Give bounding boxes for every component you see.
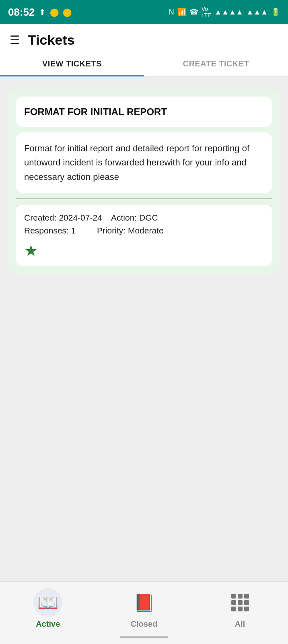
tab-view-tickets[interactable]: VIEW TICKETS (0, 52, 144, 76)
all-icon-wrap (226, 588, 255, 617)
ticket-responses: Responses: 1 (24, 226, 76, 235)
bottom-nav: 📖 Active 📕 Closed All (0, 581, 288, 633)
battery-icon: 🔋 (271, 8, 280, 17)
ticket-meta-box: Created: 2024-07-24 Action: DGC Response… (16, 205, 272, 266)
page-title: Tickets (28, 32, 75, 48)
main-content: FORMAT FOR INITIAL REPORT Format for ini… (0, 76, 288, 581)
nav-label-all: All (235, 619, 245, 629)
volte-icon: VoLTE (202, 6, 212, 19)
signal-icon-1: ▲▲▲▲ (214, 8, 243, 17)
active-book-icon: 📖 (37, 593, 58, 613)
tab-create-ticket[interactable]: CREATE TICKET (144, 52, 288, 76)
closed-book-icon: 📕 (134, 593, 154, 613)
header: ☰ Tickets (0, 24, 288, 52)
nav-label-closed: Closed (131, 619, 158, 629)
call-icon: ☎ (189, 8, 198, 17)
ticket-meta-responses-priority: Responses: 1 Priority: Moderate (24, 226, 264, 235)
status-bar: 08:52 ⬆ ⬤ ⬤ N 📶 ☎ VoLTE ▲▲▲▲ ▲▲▲ 🔋 (0, 0, 288, 24)
nfc-icon: N (169, 8, 174, 17)
ticket-body: Format for initial report and detailed r… (24, 143, 249, 182)
ticket-star: ★ (24, 242, 38, 260)
ticket-meta-created-action: Created: 2024-07-24 Action: DGC (24, 213, 264, 223)
coin-icon-2: ⬤ (63, 7, 72, 17)
coin-icon-1: ⬤ (50, 7, 59, 17)
nav-item-closed[interactable]: 📕 Closed (120, 588, 168, 629)
ticket-created: Created: 2024-07-24 (24, 213, 102, 222)
home-indicator (120, 636, 168, 638)
ticket-priority: Priority: Moderate (97, 226, 164, 235)
tab-bar: VIEW TICKETS CREATE TICKET (0, 52, 288, 76)
nav-item-active[interactable]: 📖 Active (24, 588, 72, 629)
status-bar-left: 08:52 ⬆ ⬤ ⬤ (8, 6, 72, 19)
navigate-icon: ⬆ (39, 7, 46, 17)
status-time: 08:52 (8, 6, 35, 19)
signal-icon-2: ▲▲▲ (247, 8, 268, 17)
all-grid-icon (231, 594, 249, 611)
nav-label-active: Active (36, 619, 60, 629)
ticket-action: Action: DGC (111, 213, 158, 222)
ticket-title-box: FORMAT FOR INITIAL REPORT (16, 97, 272, 127)
status-bar-right: N 📶 ☎ VoLTE ▲▲▲▲ ▲▲▲ 🔋 (169, 6, 280, 19)
ticket-title: FORMAT FOR INITIAL REPORT (24, 106, 167, 117)
active-icon-wrap: 📖 (33, 588, 62, 617)
wifi-icon: 📶 (177, 8, 186, 17)
ticket-body-box: Format for initial report and detailed r… (16, 132, 272, 193)
closed-icon-wrap: 📕 (130, 588, 158, 617)
nav-item-all[interactable]: All (216, 588, 264, 629)
bottom-pill-bar (0, 633, 288, 644)
ticket-card: FORMAT FOR INITIAL REPORT Format for ini… (8, 89, 280, 274)
hamburger-menu-icon[interactable]: ☰ (10, 33, 20, 47)
ticket-divider (16, 198, 272, 199)
